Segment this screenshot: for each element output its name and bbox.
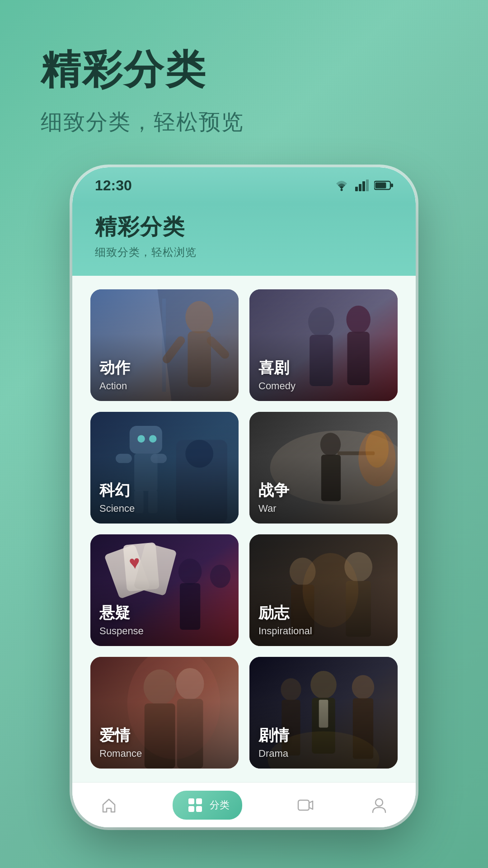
- profile-icon: [369, 795, 389, 815]
- inspirational-label: 励志 Inspirational: [258, 603, 312, 637]
- drama-cn: 剧情: [258, 725, 289, 746]
- category-nav-label: 分类: [210, 798, 230, 812]
- svg-rect-6: [375, 183, 386, 189]
- svg-rect-72: [298, 800, 309, 810]
- inspirational-en: Inspirational: [258, 625, 312, 637]
- page-subtitle: 细致分类，轻松预览: [41, 108, 244, 137]
- war-en: War: [258, 503, 289, 514]
- suspense-label: 悬疑 Suspense: [99, 603, 144, 637]
- category-card-comedy[interactable]: 喜剧 Comedy: [249, 289, 398, 401]
- suspense-en: Suspense: [99, 625, 144, 637]
- comedy-cn: 喜剧: [258, 358, 296, 378]
- home-icon: [99, 795, 119, 815]
- svg-rect-70: [188, 806, 194, 812]
- romance-en: Romance: [99, 748, 142, 760]
- comedy-en: Comedy: [258, 380, 296, 392]
- phone-screen: 12:30: [72, 167, 416, 827]
- category-icon: [185, 795, 205, 815]
- romance-label: 爱情 Romance: [99, 725, 142, 760]
- svg-rect-4: [366, 179, 369, 191]
- svg-rect-68: [188, 798, 194, 804]
- nav-item-category[interactable]: 分类: [173, 791, 242, 820]
- video-icon: [296, 795, 315, 815]
- nav-item-home[interactable]: [99, 795, 119, 815]
- svg-rect-69: [196, 798, 202, 804]
- page-header: 精彩分类 细致分类，轻松预览: [41, 50, 244, 137]
- romance-cn: 爱情: [99, 725, 142, 746]
- action-label: 动作 Action: [99, 358, 130, 392]
- war-cn: 战争: [258, 480, 289, 501]
- nav-item-profile[interactable]: [369, 795, 389, 815]
- screen-header-subtitle: 细致分类，轻松浏览: [95, 245, 393, 259]
- comedy-label: 喜剧 Comedy: [258, 358, 296, 392]
- category-card-drama[interactable]: 剧情 Drama: [249, 657, 398, 769]
- category-card-suspense[interactable]: ♥ 悬疑 Suspense: [90, 534, 239, 646]
- category-card-romance[interactable]: 爱情 Romance: [90, 657, 239, 769]
- status-icons: [333, 179, 393, 192]
- svg-rect-71: [196, 806, 202, 812]
- status-time: 12:30: [95, 177, 132, 194]
- wifi-icon: [333, 179, 350, 192]
- signal-icon: [355, 179, 369, 191]
- svg-rect-1: [355, 187, 358, 191]
- page-title: 精彩分类: [41, 50, 244, 90]
- category-card-action[interactable]: 动作 Action: [90, 289, 239, 401]
- drama-en: Drama: [258, 748, 289, 760]
- suspense-cn: 悬疑: [99, 603, 144, 623]
- category-grid: 动作 Action: [72, 276, 416, 782]
- nav-item-video[interactable]: [296, 795, 315, 815]
- category-card-inspirational[interactable]: 励志 Inspirational: [249, 534, 398, 646]
- inspirational-cn: 励志: [258, 603, 312, 623]
- svg-point-0: [341, 189, 343, 191]
- action-cn: 动作: [99, 358, 130, 378]
- svg-rect-2: [359, 184, 361, 191]
- drama-label: 剧情 Drama: [258, 725, 289, 760]
- svg-rect-7: [391, 184, 393, 187]
- scifi-label: 科幻 Science: [99, 480, 135, 514]
- scifi-en: Science: [99, 503, 135, 514]
- svg-rect-3: [362, 181, 365, 191]
- status-bar: 12:30: [72, 167, 416, 203]
- svg-point-73: [375, 799, 383, 806]
- screen-header: 精彩分类 细致分类，轻松浏览: [72, 203, 416, 276]
- phone-mockup: 12:30: [72, 167, 416, 827]
- scifi-cn: 科幻: [99, 480, 135, 501]
- category-card-war[interactable]: 战争 War: [249, 412, 398, 524]
- category-card-scifi[interactable]: 科幻 Science: [90, 412, 239, 524]
- action-en: Action: [99, 380, 130, 392]
- war-label: 战争 War: [258, 480, 289, 514]
- nav-active-bg: 分类: [173, 791, 242, 820]
- battery-icon: [374, 180, 393, 191]
- screen-header-title: 精彩分类: [95, 212, 393, 241]
- bottom-nav: 分类: [72, 782, 416, 827]
